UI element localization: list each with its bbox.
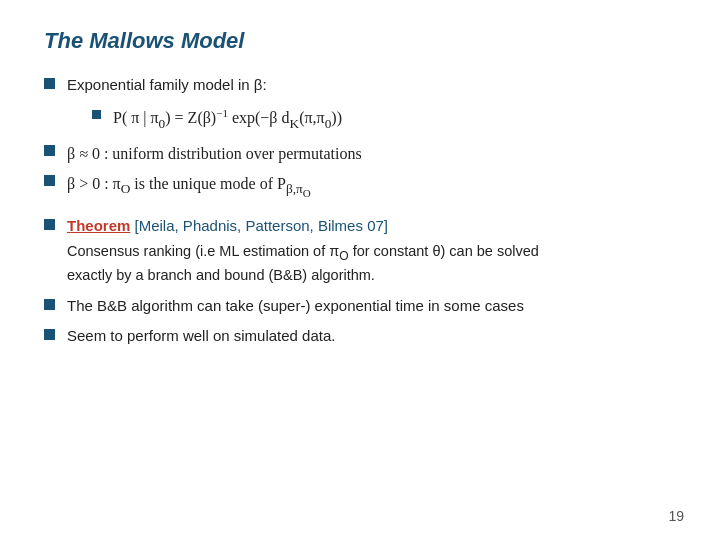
bullet-icon-beta-gt [44,175,55,186]
formula-text: P( π | π0) = Z(β)−1 exp(−β dK(π,π0)) [113,105,342,134]
bullet-icon-simulated [44,329,55,340]
bullet-text-bnb: The B&B algorithm can take (super-) expo… [67,295,524,318]
bullet-text-beta-approx: β ≈ 0 : uniform distribution over permut… [67,141,362,167]
consensus-text: Consensus ranking (i.e ML estimation of … [67,241,676,287]
bullet-icon-formula [92,110,101,119]
bullet-theorem-block: Theorem [Meila, Phadnis, Patterson, Bilm… [44,215,676,287]
bullet-row-beta-approx: β ≈ 0 : uniform distribution over permut… [44,141,676,167]
page-number: 19 [668,508,684,524]
bullet-row-beta-gt: β > 0 : πO is the unique mode of Pβ,πO [44,171,676,203]
bullet-row-simulated: Seem to perform well on simulated data. [44,325,676,348]
theorem-label: Theorem [67,217,130,234]
bullet-icon-exponential [44,78,55,89]
bullet-icon-bnb [44,299,55,310]
bullet-exponential: Exponential family model in β: P( π | π0… [44,74,676,133]
bullet-text-exponential: Exponential family model in β: [67,74,267,97]
bullet-row-exponential: Exponential family model in β: [44,74,676,97]
theorem-authors: [Meila, Phadnis, Patterson, Bilmes 07] [130,217,388,234]
slide-container: The Mallows Model Exponential family mod… [0,0,720,540]
formula-row: P( π | π0) = Z(β)−1 exp(−β dK(π,π0)) [64,105,676,134]
bullet-icon-beta-approx [44,145,55,156]
bullet-row-bnb: The B&B algorithm can take (super-) expo… [44,295,676,318]
bullet-row-theorem: Theorem [Meila, Phadnis, Patterson, Bilm… [44,215,676,238]
bullet-text-theorem: Theorem [Meila, Phadnis, Patterson, Bilm… [67,215,388,238]
bullet-text-beta-gt: β > 0 : πO is the unique mode of Pβ,πO [67,171,311,203]
slide-title: The Mallows Model [44,28,676,54]
bullet-icon-theorem [44,219,55,230]
bullet-text-simulated: Seem to perform well on simulated data. [67,325,335,348]
